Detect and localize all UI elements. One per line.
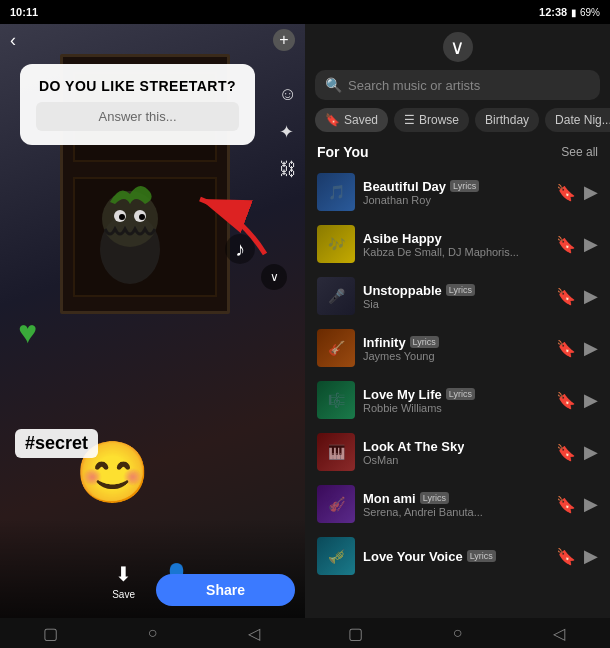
effects-icon[interactable]: ✦ — [279, 121, 297, 143]
graffiti-character — [70, 174, 190, 304]
play-button[interactable]: ▶ — [584, 181, 598, 203]
song-title: Infinity — [363, 335, 406, 350]
play-button[interactable]: ▶ — [584, 285, 598, 307]
status-left: 10:11 — [10, 6, 38, 18]
story-panel: ‹ + ☺ ✦ ⛓ DO YOU LIKE STREETART? Answer … — [0, 24, 305, 618]
heart-decoration: ♥ — [18, 314, 37, 351]
song-item[interactable]: 🎺 Love Your Voice Lyrics 🔖 ▶ — [305, 530, 610, 582]
filter-birthday-label: Birthday — [485, 113, 529, 127]
bookmark-icon[interactable]: 🔖 — [556, 287, 576, 306]
bookmark-icon[interactable]: 🔖 — [556, 339, 576, 358]
play-button[interactable]: ▶ — [584, 441, 598, 463]
lyrics-badge: Lyrics — [410, 336, 439, 348]
status-time-right: 12:38 — [539, 6, 567, 18]
song-title-row: Beautiful Day Lyrics — [363, 179, 548, 194]
song-actions: 🔖 ▶ — [556, 389, 598, 411]
song-item[interactable]: 🎶 Asibe Happy Kabza De Small, DJ Maphori… — [305, 218, 610, 270]
expand-chevron[interactable]: ∨ — [261, 264, 287, 290]
song-info: Love My Life Lyrics Robbie Williams — [363, 387, 548, 414]
nav-square-button[interactable]: ▢ — [36, 618, 66, 648]
lyrics-badge: Lyrics — [467, 550, 496, 562]
main-content: ‹ + ☺ ✦ ⛓ DO YOU LIKE STREETART? Answer … — [0, 24, 610, 618]
for-you-section-header: For You See all — [305, 140, 610, 166]
poll-question: DO YOU LIKE STREETART? — [36, 78, 239, 94]
nav-square-button-2[interactable]: ▢ — [341, 618, 371, 648]
back-button[interactable]: ‹ — [10, 30, 16, 51]
bookmark-icon[interactable]: 🔖 — [556, 443, 576, 462]
song-info: Infinity Lyrics Jaymes Young — [363, 335, 548, 362]
add-to-story-button[interactable]: + — [273, 29, 295, 51]
play-button[interactable]: ▶ — [584, 233, 598, 255]
story-actions: ☺ ✦ ⛓ — [279, 84, 297, 180]
bookmark-icon[interactable]: 🔖 — [556, 547, 576, 566]
song-info: Unstoppable Lyrics Sia — [363, 283, 548, 310]
filter-browse-label: Browse — [419, 113, 459, 127]
song-artist: OsMan — [363, 454, 548, 466]
song-thumbnail: 🎵 — [317, 173, 355, 211]
song-info: Love Your Voice Lyrics — [363, 549, 548, 564]
song-title-row: Love My Life Lyrics — [363, 387, 548, 402]
story-bottom-bar: ⬇ Save 👤 Privacy Share — [0, 518, 305, 618]
song-actions: 🔖 ▶ — [556, 337, 598, 359]
song-actions: 🔖 ▶ — [556, 285, 598, 307]
lyrics-badge: Lyrics — [446, 388, 475, 400]
save-button[interactable]: ⬇ Save — [112, 562, 135, 600]
search-input[interactable]: Search music or artists — [348, 78, 590, 93]
filter-tab-birthday[interactable]: Birthday — [475, 108, 539, 132]
song-title-row: Unstoppable Lyrics — [363, 283, 548, 298]
song-title: Asibe Happy — [363, 231, 442, 246]
nav-home-button-2[interactable]: ○ — [442, 618, 472, 648]
song-item[interactable]: 🎼 Love My Life Lyrics Robbie Williams 🔖 … — [305, 374, 610, 426]
nav-home-button[interactable]: ○ — [137, 618, 167, 648]
song-thumbnail: 🎤 — [317, 277, 355, 315]
song-item[interactable]: 🎸 Infinity Lyrics Jaymes Young 🔖 ▶ — [305, 322, 610, 374]
share-button[interactable]: Share — [156, 574, 295, 606]
see-all-button[interactable]: See all — [561, 145, 598, 159]
song-thumbnail: 🎹 — [317, 433, 355, 471]
filter-tabs: 🔖 Saved ☰ Browse Birthday Date Nig... — [305, 108, 610, 140]
poll-card: DO YOU LIKE STREETART? Answer this... — [20, 64, 255, 145]
save-icon: ⬇ — [115, 562, 132, 586]
lyrics-badge: Lyrics — [420, 492, 449, 504]
svg-point-4 — [119, 214, 125, 220]
filter-tab-saved[interactable]: 🔖 Saved — [315, 108, 388, 132]
bookmark-icon[interactable]: 🔖 — [556, 391, 576, 410]
close-music-panel-button[interactable]: ∨ — [443, 32, 473, 62]
hashtag-text: #secret — [25, 433, 88, 453]
search-icon: 🔍 — [325, 77, 342, 93]
song-info: Look At The Sky OsMan — [363, 439, 548, 466]
song-actions: 🔖 ▶ — [556, 441, 598, 463]
play-button[interactable]: ▶ — [584, 545, 598, 567]
song-item[interactable]: 🎻 Mon ami Lyrics Serena, Andrei Banuta..… — [305, 478, 610, 530]
song-item[interactable]: 🎤 Unstoppable Lyrics Sia 🔖 ▶ — [305, 270, 610, 322]
nav-back-button-2[interactable]: ◁ — [544, 618, 574, 648]
play-button[interactable]: ▶ — [584, 493, 598, 515]
nav-back-button[interactable]: ◁ — [239, 618, 269, 648]
link-icon[interactable]: ⛓ — [279, 159, 297, 180]
song-title: Look At The Sky — [363, 439, 464, 454]
song-list: 🎵 Beautiful Day Lyrics Jonathan Roy 🔖 ▶ … — [305, 166, 610, 618]
song-item[interactable]: 🎹 Look At The Sky OsMan 🔖 ▶ — [305, 426, 610, 478]
lyrics-badge: Lyrics — [450, 180, 479, 192]
filter-tab-datenight[interactable]: Date Nig... — [545, 108, 610, 132]
bookmark-tab-icon: 🔖 — [325, 113, 340, 127]
song-artist: Jaymes Young — [363, 350, 548, 362]
search-bar[interactable]: 🔍 Search music or artists — [315, 70, 600, 100]
poll-answer-button[interactable]: Answer this... — [36, 102, 239, 131]
nav-right: ▢ ○ ◁ — [305, 618, 610, 648]
play-button[interactable]: ▶ — [584, 337, 598, 359]
bookmark-icon[interactable]: 🔖 — [556, 235, 576, 254]
filter-tab-browse[interactable]: ☰ Browse — [394, 108, 469, 132]
song-actions: 🔖 ▶ — [556, 545, 598, 567]
play-button[interactable]: ▶ — [584, 389, 598, 411]
song-info: Beautiful Day Lyrics Jonathan Roy — [363, 179, 548, 206]
bookmark-icon[interactable]: 🔖 — [556, 183, 576, 202]
song-thumbnail: 🎼 — [317, 381, 355, 419]
navigation-bar: ▢ ○ ◁ ▢ ○ ◁ — [0, 618, 610, 648]
song-title-row: Asibe Happy — [363, 231, 548, 246]
sticker-icon[interactable]: ☺ — [279, 84, 297, 105]
song-item[interactable]: 🎵 Beautiful Day Lyrics Jonathan Roy 🔖 ▶ — [305, 166, 610, 218]
section-title: For You — [317, 144, 369, 160]
song-info: Mon ami Lyrics Serena, Andrei Banuta... — [363, 491, 548, 518]
bookmark-icon[interactable]: 🔖 — [556, 495, 576, 514]
